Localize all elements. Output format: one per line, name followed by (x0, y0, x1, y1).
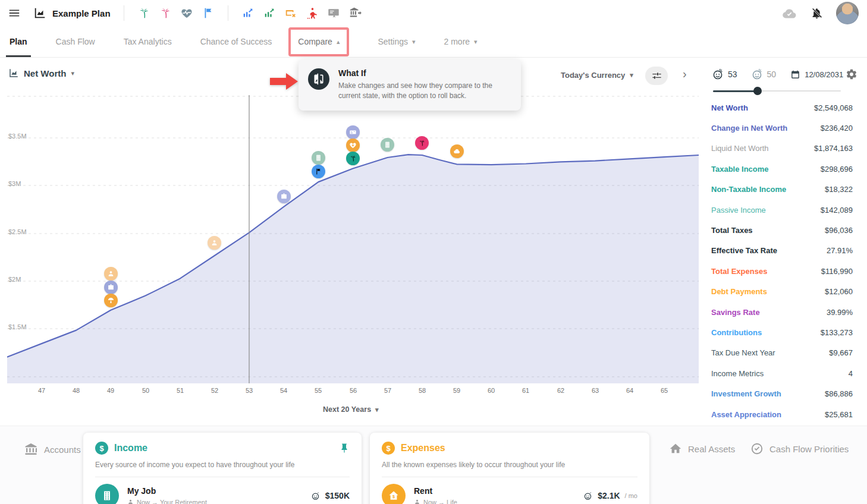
y-axis-label: $3.5M (8, 133, 27, 140)
tab-compare[interactable]: Compare▴ (288, 27, 349, 56)
flag-icon[interactable] (202, 7, 215, 20)
income-subtitle: Every source of income you expect to hav… (95, 461, 350, 469)
metric-row-passive-income[interactable]: Passive Income$142,089 (711, 200, 853, 220)
real-assets-section[interactable]: Real Assets (669, 442, 735, 455)
chart-metric-label: Net Worth (24, 68, 66, 78)
secondary-age-icon[interactable] (750, 68, 764, 81)
gear-icon[interactable] (846, 68, 857, 80)
whatif-menu-item[interactable]: What If Make changes and see how they co… (299, 59, 521, 111)
house-dollar-icon: $ (382, 484, 406, 504)
flag-event-marker[interactable] (312, 165, 325, 178)
metric-row-change-in-net-worth[interactable]: Change in Net Worth$236,420 (711, 118, 853, 138)
pin-icon[interactable] (339, 443, 350, 453)
building-event-marker[interactable] (381, 138, 394, 152)
primary-age-value: 53 (728, 70, 737, 79)
y-axis-label: $3M (8, 180, 21, 187)
metric-row-total-taxes[interactable]: Total Taxes$96,036 (711, 220, 853, 240)
milestone-toolbar (137, 5, 362, 21)
metric-row-liquid-net-worth[interactable]: Liquid Net Worth$1,874,163 (711, 138, 853, 159)
user-avatar[interactable] (836, 2, 859, 24)
menu-icon[interactable] (7, 6, 21, 20)
expense-item-rent[interactable]: $ Rent Now → Life $2.1K / mo (370, 477, 649, 504)
metric-row-investment-growth[interactable]: Investment Growth$86,886 (711, 383, 853, 404)
bank-icon (24, 442, 38, 456)
palm-event-marker[interactable] (415, 136, 429, 150)
chart-rising-green-icon[interactable] (263, 7, 276, 20)
income-dollar-icon: $ (95, 442, 108, 455)
card-event-marker[interactable] (346, 125, 360, 139)
briefcase-event-marker[interactable] (277, 190, 291, 203)
chevron-icon: ▾ (474, 38, 478, 46)
calendar-icon[interactable] (790, 70, 800, 80)
x-axis-tick: 52 (206, 387, 224, 394)
palm-event-marker[interactable] (346, 152, 360, 165)
metric-row-contributions[interactable]: Contributions$133,273 (711, 322, 853, 342)
chart-rising-blue-icon[interactable] (241, 7, 255, 20)
x-axis-tick: 64 (621, 387, 639, 394)
tab-cash-flow[interactable]: Cash Flow (56, 26, 95, 57)
metric-value: $12,060 (825, 287, 853, 296)
cloud-sync-status-icon[interactable] (781, 5, 797, 21)
person-event-marker[interactable] (208, 236, 221, 250)
plan-title: Example Plan (52, 8, 111, 18)
tab-chance-of-success[interactable]: Chance of Success (200, 26, 272, 57)
bank-transfer-icon[interactable] (348, 7, 362, 20)
metric-value: $2,549,068 (814, 103, 853, 112)
palm-tree-pink-icon[interactable] (159, 7, 172, 20)
person-cut-icon[interactable] (306, 7, 319, 20)
time-range-picker[interactable]: Next 20 Years ▾ (323, 405, 379, 414)
metric-row-debt-payments[interactable]: Debt Payments$12,060 (711, 282, 853, 302)
expense-item-amount: $2.1K (598, 491, 620, 500)
briefcase-event-marker[interactable] (104, 281, 118, 294)
metric-row-total-expenses[interactable]: Total Expenses$116,990 (711, 261, 853, 281)
expand-panel-chevron[interactable]: › (683, 67, 687, 81)
metric-row-non-taxable-income[interactable]: Non-Taxable Income$18,322 (711, 179, 853, 200)
cash-flow-priorities-section[interactable]: Cash Flow Priorities (750, 442, 849, 455)
metric-value: $86,886 (825, 389, 853, 398)
income-item-my-job[interactable]: My Job Now → Your Retirement $150K (83, 477, 362, 504)
tab-tax-analytics[interactable]: Tax Analytics (124, 26, 172, 57)
timeline-slider[interactable] (713, 87, 841, 95)
tune-icon (651, 70, 662, 81)
building-event-marker[interactable] (312, 151, 325, 165)
range-label: Next 20 Years (323, 405, 371, 414)
certificate-icon[interactable] (327, 7, 340, 20)
cloud-sync-event-marker[interactable] (450, 144, 464, 158)
palm-tree-green-icon[interactable] (137, 7, 150, 20)
svg-text:$: $ (392, 494, 395, 499)
plan-tabs: PlanCash FlowTax AnalyticsChance of Succ… (0, 26, 867, 58)
metric-row-effective-tax-rate[interactable]: Effective Tax Rate27.91% (711, 241, 853, 261)
tab-plan[interactable]: Plan (10, 26, 27, 57)
metric-value: 4 (849, 369, 853, 378)
primary-age-icon[interactable] (711, 68, 724, 81)
beach-umbrella-event-marker[interactable] (104, 294, 118, 307)
x-axis-tick: 65 (655, 387, 673, 394)
heart-plus-event-marker[interactable] (346, 138, 360, 152)
slider-thumb[interactable] (753, 87, 762, 95)
chart-metric-picker[interactable]: Net Worth ▾ (8, 68, 74, 78)
metric-row-income-metrics[interactable]: Income Metrics4 (711, 363, 853, 383)
tab-label: Plan (10, 37, 27, 46)
chart-options-button[interactable] (645, 67, 668, 85)
card-remove-icon[interactable] (284, 7, 297, 20)
annotation-arrow (270, 73, 299, 93)
tab-settings[interactable]: Settings▾ (378, 26, 415, 57)
currency-label: Today's Currency (561, 71, 625, 80)
chevron-down-icon: ▾ (71, 70, 74, 77)
x-axis-tick: 59 (448, 387, 466, 394)
metric-row-net-worth[interactable]: Net Worth$2,549,068 (711, 97, 853, 118)
metric-row-taxable-income[interactable]: Taxable Income$298,696 (711, 159, 853, 179)
tab-2-more[interactable]: 2 more▾ (444, 26, 478, 57)
heart-pulse-icon[interactable] (180, 7, 193, 20)
metric-row-tax-due-next-year[interactable]: Tax Due Next Year$9,667 (711, 343, 853, 363)
metric-row-asset-appreciation[interactable]: Asset Appreciation$25,681 (711, 404, 853, 424)
metric-label: Passive Income (711, 206, 766, 215)
accounts-section[interactable]: Accounts (24, 442, 81, 456)
metric-row-savings-rate[interactable]: Savings Rate39.99% (711, 302, 853, 322)
chevron-icon: ▾ (412, 38, 416, 46)
currency-picker[interactable]: Today's Currency ▾ (561, 71, 633, 80)
divider (228, 5, 228, 21)
person-event-marker[interactable] (104, 267, 118, 281)
notifications-off-icon[interactable] (811, 7, 823, 20)
office-building-icon (95, 484, 119, 504)
